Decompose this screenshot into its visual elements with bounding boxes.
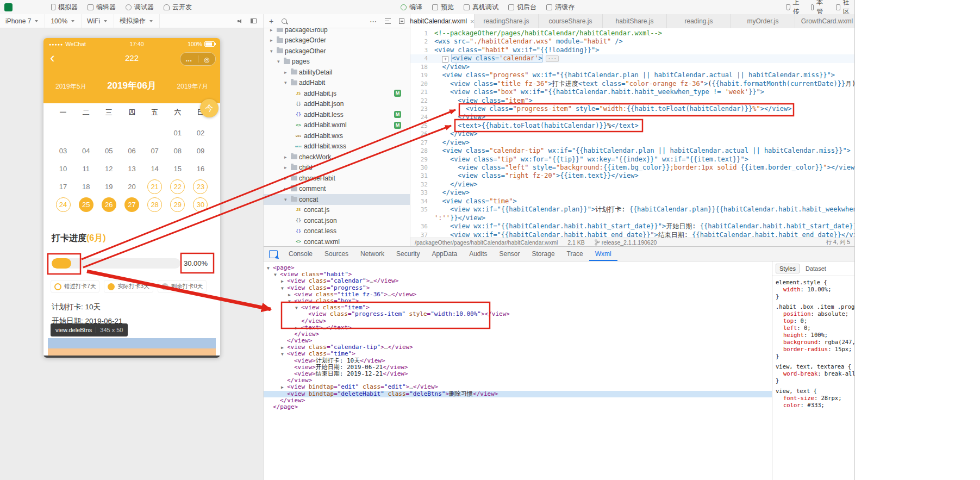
date[interactable]: 20	[124, 179, 139, 194]
css-rule-line[interactable]: font-size: 28rpx;	[776, 395, 851, 402]
preview-button[interactable]: 预览	[427, 0, 459, 14]
css-rule-line[interactable]: background: rgba(247, 19	[776, 339, 851, 346]
wxml-node[interactable]: </view>	[264, 397, 772, 404]
devtools-tab-sensor[interactable]: Sensor	[494, 247, 526, 261]
wxml-node[interactable]: </page>	[264, 404, 772, 410]
date-cell[interactable]: 25	[74, 197, 97, 212]
close-icon[interactable]: ×	[470, 17, 475, 26]
back-button[interactable]	[50, 49, 55, 66]
devtools-tab-network[interactable]: Network	[354, 247, 390, 261]
date-cell[interactable]: 18	[74, 179, 97, 194]
devtools-tab-security[interactable]: Security	[390, 247, 426, 261]
css-rule-line[interactable]: top: 0;	[776, 317, 851, 325]
git-branch[interactable]: release_2.1.1.190620	[595, 239, 657, 246]
tree-file-row[interactable]: JSaddHabit.jsM	[264, 88, 410, 99]
more-icon[interactable]	[370, 16, 377, 26]
wxml-node[interactable]: <view class="progress-item" style="width…	[264, 311, 772, 317]
date[interactable]: 25	[79, 197, 93, 212]
date[interactable]: 04	[79, 144, 93, 158]
community-button[interactable]: 社区	[831, 0, 854, 14]
tree-folder-row[interactable]: ▸comment	[264, 184, 410, 195]
date[interactable]: 28	[147, 197, 162, 212]
date-cell[interactable]: 12	[97, 161, 120, 176]
prev-month[interactable]: 2019年5月	[55, 82, 86, 91]
date-cell[interactable]: 01	[166, 126, 189, 140]
date-cell[interactable]: 04	[74, 144, 97, 158]
tree-folder-row[interactable]: ▸abilityDetail	[264, 67, 410, 78]
date[interactable]: 19	[102, 179, 116, 194]
date[interactable]: 15	[170, 161, 185, 176]
tree-folder-row[interactable]: ▸child	[264, 163, 410, 173]
devtools-tab-sources[interactable]: Sources	[319, 247, 354, 261]
wxml-node[interactable]: </view>	[264, 331, 772, 338]
date-cell[interactable]: 24	[52, 197, 74, 212]
editor-tab[interactable]: GrowthCard.wxml	[795, 14, 854, 28]
date[interactable]: 01	[170, 126, 185, 140]
devtools-tab-audits[interactable]: Audits	[463, 247, 493, 261]
date[interactable]: 02	[193, 126, 208, 140]
date-cell[interactable]: 16	[189, 161, 212, 176]
date[interactable]: 05	[102, 144, 116, 158]
date[interactable]: 23	[193, 179, 208, 194]
tree-folder-row[interactable]: ▸checkWork	[264, 152, 410, 163]
expand-arrow-icon[interactable]: ▶	[281, 384, 287, 391]
search-icon[interactable]	[282, 18, 287, 24]
css-rule-line[interactable]: view, text, textarea {	[776, 363, 851, 370]
today-button[interactable]: 今	[200, 99, 219, 117]
date[interactable]: 17	[56, 179, 71, 194]
tree-folder-row[interactable]: ▾concat	[264, 194, 410, 205]
expand-arrow-icon[interactable]: ▼	[281, 351, 287, 358]
date[interactable]: 29	[170, 197, 185, 212]
css-rule-line[interactable]: width: 10.00%;	[776, 286, 851, 293]
date-cell[interactable]: 15	[166, 161, 189, 176]
date-cell[interactable]: 28	[143, 197, 166, 212]
expand-arrow-icon[interactable]: ▼	[295, 305, 301, 311]
real-device-button[interactable]: 真机调试	[459, 0, 503, 14]
styles-tab-styles[interactable]: Styles	[776, 264, 800, 273]
date[interactable]: 11	[79, 161, 93, 176]
date-cell[interactable]: 20	[120, 179, 143, 194]
cloud-button[interactable]: 云开发	[159, 0, 197, 14]
sort-icon[interactable]	[385, 18, 391, 24]
tree-file-row[interactable]: {}addHabit.json	[264, 99, 410, 110]
debugger-button[interactable]: 调试器	[121, 0, 159, 14]
date-cell[interactable]: 05	[97, 144, 120, 158]
tree-folder-row[interactable]: ▾packageOther	[264, 46, 410, 57]
date[interactable]: 08	[170, 144, 185, 158]
tree-file-row[interactable]: {}concat.less	[264, 226, 410, 237]
date-cell[interactable]: 03	[52, 144, 74, 158]
css-rule-line[interactable]: element.style {	[776, 279, 851, 286]
tree-file-row[interactable]: <>concat.wxml	[264, 236, 410, 246]
editor-tab[interactable]: reading.js	[667, 14, 731, 28]
date[interactable]: 30	[193, 197, 208, 212]
date[interactable]: 16	[193, 161, 208, 176]
date-cell[interactable]: 10	[52, 161, 74, 176]
tree-file-row[interactable]: {}concat.json	[264, 215, 410, 226]
editor-tab[interactable]: habitShare.js	[603, 14, 667, 28]
date[interactable]: 26	[102, 197, 116, 212]
editor-button[interactable]: 编辑器	[83, 0, 121, 14]
editor-tab[interactable]: readingShare.js	[475, 14, 539, 28]
css-rule-line[interactable]: color: #333;	[776, 402, 851, 409]
date-cell[interactable]: 11	[74, 161, 97, 176]
tree-file-row[interactable]: wxsaddHabit.wxs	[264, 130, 410, 141]
date-cell[interactable]: 08	[166, 144, 189, 158]
date[interactable]: 14	[147, 161, 162, 176]
editor-tab[interactable]: habitCalendar.wxml×	[410, 14, 475, 28]
device-select[interactable]: iPhone 7	[0, 14, 45, 28]
date[interactable]: 21	[147, 179, 162, 194]
tree-folder-row[interactable]: ▸packageOrder	[264, 35, 410, 46]
version-button[interactable]: 版本管理	[806, 0, 831, 14]
date[interactable]: 07	[147, 144, 162, 158]
css-rule-line[interactable]: word-break: break-all;	[776, 370, 851, 377]
folded-region-icon[interactable]: ···	[546, 55, 559, 62]
date-cell[interactable]: 29	[166, 197, 189, 212]
tree-folder-row[interactable]: ▾addHabit	[264, 78, 410, 89]
wxml-node[interactable]: ▶<text>…</text>	[264, 325, 772, 331]
date-cell[interactable]: 09	[189, 144, 212, 158]
simulator-button[interactable]: 模拟器	[46, 0, 83, 14]
date-cell[interactable]: 19	[97, 179, 120, 194]
simulate-action-select[interactable]: 模拟操作	[114, 14, 160, 28]
date[interactable]: 24	[56, 197, 71, 212]
expand-arrow-icon[interactable]: ▼	[267, 265, 273, 272]
